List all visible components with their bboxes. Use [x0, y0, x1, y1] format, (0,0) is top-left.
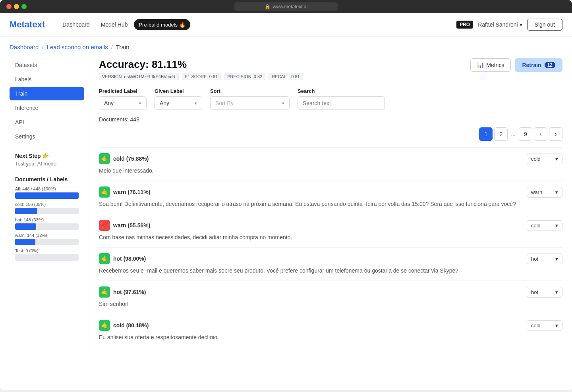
- nav-dashboard[interactable]: Dashboard: [58, 19, 95, 30]
- url-text: www.metatext.ai: [273, 4, 307, 10]
- sidebar-item-train[interactable]: Train: [10, 87, 84, 100]
- label-icon: 🤙: [99, 286, 110, 298]
- next-page-button[interactable]: ›: [549, 127, 562, 141]
- label-bar-track: [15, 208, 79, 214]
- accuracy-header: Accuracy: 81.11% VERSION: eskWC1MzFL6rP4…: [99, 58, 562, 80]
- sidebar-item-inference[interactable]: Inference: [10, 101, 84, 115]
- prev-page-button[interactable]: ‹: [534, 127, 547, 141]
- sort-select[interactable]: Sort By ▾: [210, 96, 290, 110]
- doc-card: 🤙 cold (75.88%) cold ▾ Meio que interess…: [99, 147, 562, 181]
- chevron-down-icon: ▾: [520, 21, 522, 28]
- pagination: 1 2 ... 9 ‹ ›: [99, 127, 562, 141]
- page-1-button[interactable]: 1: [479, 127, 493, 141]
- doc-card: 🤙 hot (97.61%) hot ▾ Sim senhor!: [99, 281, 562, 314]
- sidebar: Datasets Labels Train Inference API Sett…: [10, 54, 89, 351]
- given-label-dropdown[interactable]: hot ▾: [527, 254, 562, 264]
- breadcrumb-current: Train: [116, 44, 129, 50]
- search-input[interactable]: [298, 96, 385, 110]
- given-label-value: warn: [531, 189, 542, 195]
- label-confidence: hot (98.00%): [113, 256, 146, 262]
- app-logo[interactable]: Metatext: [10, 19, 45, 30]
- sidebar-item-datasets[interactable]: Datasets: [10, 58, 84, 72]
- sign-out-button[interactable]: Sign out: [527, 19, 562, 31]
- doc-cards-container: 🤙 cold (75.88%) cold ▾ Meio que interess…: [99, 147, 562, 347]
- doc-text: Eu anlisei sua oferta e respeitosamente …: [99, 333, 562, 342]
- maximize-button[interactable]: [21, 4, 27, 9]
- label-bar-item: Test: 0 (0%): [15, 248, 79, 261]
- doc-card: 🤙 warn (76.11%) warn ▾ Soa bem! Definiti…: [99, 181, 562, 214]
- precision-badge: PRECISION: 0.82: [224, 73, 265, 80]
- metrics-button[interactable]: 📊 Metrics: [470, 58, 511, 72]
- given-label-select[interactable]: Any ▾: [155, 96, 202, 110]
- address-bar[interactable]: 🔒 www.metatext.ai: [234, 2, 338, 11]
- main-content: Accuracy: 81.11% VERSION: eskWC1MzFL6rP4…: [89, 54, 562, 351]
- chevron-down-icon: ▾: [139, 101, 141, 106]
- given-label-dropdown[interactable]: warn ▾: [527, 187, 562, 198]
- given-label-value: hot: [531, 256, 538, 262]
- sort-label: Sort: [210, 88, 290, 94]
- breadcrumb-project[interactable]: Lead scoring on emails: [47, 44, 108, 50]
- doc-card-header: 🤙 cold (75.88%) cold ▾: [99, 153, 562, 164]
- doc-card-header: 🤙 hot (98.00%) hot ▾: [99, 253, 562, 264]
- label-bar-track: [15, 254, 79, 261]
- doc-labels-title: Documents / Labels: [15, 176, 79, 183]
- sidebar-item-labels[interactable]: Labels: [10, 73, 84, 86]
- chevron-down-icon: ▾: [555, 156, 558, 162]
- breadcrumb-sep-1: /: [42, 44, 43, 50]
- header-actions: 📊 Metrics Retrain 12: [470, 58, 562, 72]
- bar-chart-icon: 📊: [477, 62, 484, 68]
- nav-model-hub[interactable]: Model Hub: [96, 19, 133, 30]
- doc-text: Meio que interessado.: [99, 167, 562, 175]
- prebuild-badge[interactable]: Pre-build models 🔥: [134, 19, 190, 30]
- given-label-dropdown[interactable]: cold ▾: [527, 154, 562, 164]
- breadcrumb-dashboard[interactable]: Dashboard: [10, 44, 39, 50]
- user-name[interactable]: Rafael Sandroni ▾: [478, 21, 522, 28]
- label-bar-item: All: 448 / 448 (100%): [15, 186, 79, 199]
- page-2-button[interactable]: 2: [494, 127, 508, 141]
- chevron-down-icon: ▾: [555, 223, 558, 229]
- doc-label-tag: 🤙 hot (98.00%): [99, 253, 146, 264]
- doc-count: Documents: 448: [99, 116, 562, 123]
- doc-card-header: 🤙 warn (76.11%) warn ▾: [99, 186, 562, 198]
- accuracy-title: Accuracy: 81.11%: [99, 58, 303, 71]
- chevron-down-icon: ▾: [282, 101, 284, 106]
- label-confidence: hot (97.61%): [113, 289, 146, 295]
- nav-links: Dashboard Model Hub Pre-build models 🔥: [58, 19, 190, 30]
- page-9-button[interactable]: 9: [519, 127, 532, 141]
- retrain-button[interactable]: Retrain 12: [515, 58, 562, 72]
- doc-label-tag: 🤙 cold (80.18%): [99, 320, 149, 331]
- window-chrome: 🔒 www.metatext.ai: [0, 0, 572, 13]
- label-bar-fill: [15, 239, 35, 245]
- label-bar-fill: [15, 223, 36, 230]
- close-button[interactable]: [6, 4, 12, 9]
- top-nav: Metatext Dashboard Model Hub Pre-build m…: [0, 13, 572, 37]
- next-step-section: Next Step 👉 Test your AI model: [10, 153, 84, 167]
- label-bar-item: warn: 144 (32%): [15, 233, 79, 245]
- sidebar-item-api[interactable]: API: [10, 115, 84, 129]
- sidebar-item-settings[interactable]: Settings: [10, 130, 84, 143]
- given-label-label: Given Label: [155, 88, 202, 94]
- given-label-dropdown[interactable]: hot ▾: [527, 287, 562, 298]
- breadcrumb: Dashboard / Lead scoring on emails / Tra…: [0, 37, 572, 54]
- doc-label-tag: 🤙 hot (97.61%): [99, 286, 146, 298]
- chevron-down-icon: ▾: [555, 289, 558, 295]
- label-bar-track: [15, 239, 79, 245]
- nav-right: PRO Rafael Sandroni ▾ Sign out: [456, 19, 562, 31]
- label-confidence: cold (75.88%): [113, 156, 149, 162]
- doc-labels-section: Documents / Labels All: 448 / 448 (100%)…: [10, 176, 84, 261]
- chevron-down-icon: ▾: [195, 101, 197, 106]
- doc-card-header: 🤙 hot (97.61%) hot ▾: [99, 286, 562, 298]
- doc-label-tag: 🤙 cold (75.88%): [99, 153, 149, 164]
- traffic-lights: [6, 4, 27, 9]
- doc-text: Sim senhor!: [99, 300, 562, 308]
- minimize-button[interactable]: [14, 4, 19, 9]
- label-bars-container: All: 448 / 448 (100%) cold: 156 (35%) ho…: [15, 186, 79, 261]
- doc-card-header: 🚩 warn (55.56%) cold ▾: [99, 220, 562, 231]
- label-bar-text: cold: 156 (35%): [15, 202, 79, 207]
- given-label-dropdown[interactable]: cold ▾: [527, 220, 562, 231]
- given-label-dropdown[interactable]: cold ▾: [527, 320, 562, 331]
- doc-text: Soa bem! Definitivamente, deveríamos rec…: [99, 200, 562, 208]
- predicted-label-select[interactable]: Any ▾: [99, 96, 147, 110]
- doc-card-header: 🤙 cold (80.18%) cold ▾: [99, 320, 562, 331]
- f1-score-badge: F1 SCORE: 0.81: [182, 73, 221, 80]
